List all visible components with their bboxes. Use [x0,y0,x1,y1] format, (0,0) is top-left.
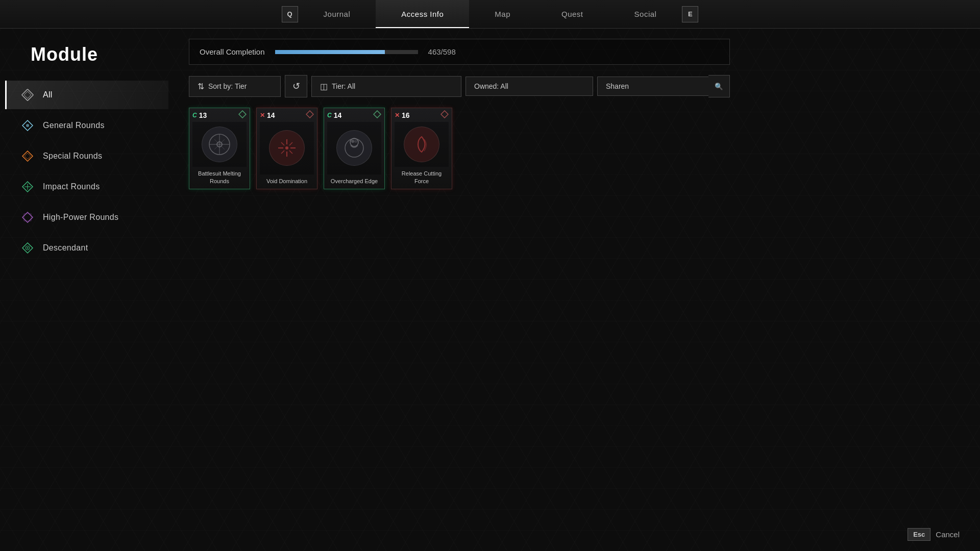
sidebar-item-impact-rounds[interactable]: Impact Rounds [5,172,168,201]
card-name: Void Domination [257,174,317,189]
sidebar-item-all[interactable]: All [5,81,168,109]
refresh-button[interactable] [285,75,307,97]
card-cost: 16 [402,111,410,119]
card-cost: 14 [334,111,342,119]
card-cost: 14 [267,111,275,119]
tier-label: Tier: All [332,82,355,90]
search-icon: 🔍 [715,83,723,90]
card-tier-cost: ✕ 16 [395,111,410,119]
card-circle [404,127,439,162]
owned-filter-button[interactable]: Owned: All [465,77,593,96]
svg-marker-31 [374,111,381,118]
svg-marker-14 [239,111,246,118]
nav-item-social[interactable]: Social [609,0,682,28]
filter-bar: Sort by: Tier Tier: All Owned: All 🔍 [189,75,730,97]
content-area: Overall Completion 463/598 Sort by: Tier… [174,29,980,551]
equip-icon [238,110,247,120]
nav-key-q: Q [282,6,298,22]
bottom-bar: Esc Cancel [908,528,960,541]
page-title: Module [31,44,174,65]
main-content: Module All General Rounds [0,29,980,551]
special-rounds-icon [20,149,35,163]
sidebar-item-general-rounds-label: General Rounds [43,121,105,130]
nav-key-e: E [682,6,698,22]
search-button[interactable]: 🔍 [708,75,730,97]
card-bg [395,122,449,167]
layers-icon [320,82,328,91]
tier-icon: C [327,112,332,119]
cards-grid: C 13 [189,108,965,189]
sidebar-item-general-rounds[interactable]: General Rounds [5,111,168,140]
svg-marker-21 [306,111,313,118]
svg-marker-36 [441,111,448,118]
card-bg [327,122,381,174]
sidebar-item-high-power-rounds-label: High-Power Rounds [43,213,118,222]
nav-item-journal[interactable]: Journal [298,0,376,28]
card-tier-cost: C 14 [327,111,341,119]
svg-marker-5 [24,153,31,159]
tier-icon: ✕ [260,112,265,119]
sidebar-item-high-power-rounds[interactable]: High-Power Rounds [5,203,168,232]
sidebar-item-impact-rounds-label: Impact Rounds [43,182,100,191]
card-cost: 13 [199,111,207,119]
sort-button[interactable]: Sort by: Tier [189,76,281,97]
all-icon [20,88,35,102]
svg-rect-0 [22,89,34,101]
sidebar-item-descendant[interactable]: Descendant [5,234,168,262]
tier-icon: C [192,112,197,119]
module-card-release-cutting-force[interactable]: ✕ 16 [391,108,452,189]
module-card-overcharged-edge[interactable]: C 14 [324,108,385,189]
impact-rounds-icon [20,180,35,194]
tier-filter-button[interactable]: Tier: All [311,76,461,97]
svg-point-3 [26,124,29,127]
card-image-area [395,122,449,167]
card-name: Battlesuit Melting Rounds [189,167,250,189]
search-input[interactable] [597,77,708,96]
module-card-battlesuit-melting-rounds[interactable]: C 13 [189,108,250,189]
nav-item-map[interactable]: Map [469,0,536,28]
sidebar-item-special-rounds-label: Special Rounds [43,152,102,161]
sort-label: Sort by: Tier [208,82,247,90]
progress-bar-fill [275,50,385,54]
sidebar: Module All General Rounds [0,29,174,551]
search-container: 🔍 [597,75,730,97]
sidebar-item-special-rounds[interactable]: Special Rounds [5,142,168,170]
card-header: ✕ 16 [391,108,452,122]
card-name: Release Cutting Force [391,167,452,189]
card-circle [269,130,305,166]
sort-icon [198,82,204,91]
nav-item-quest[interactable]: Quest [536,0,609,28]
equip-icon [306,110,314,120]
owned-label: Owned: All [474,82,508,90]
card-image-area [260,122,314,174]
completion-label: Overall Completion [200,47,265,56]
card-bg [260,122,314,174]
card-header: C 14 [324,108,384,122]
descendant-icon [20,241,35,255]
card-tier-cost: C 13 [192,111,207,119]
card-tier-cost: ✕ 14 [260,111,275,119]
card-name: Overcharged Edge [324,174,384,189]
card-circle [336,130,372,166]
svg-marker-10 [21,211,34,223]
esc-badge[interactable]: Esc [908,528,930,541]
sidebar-item-descendant-label: Descendant [43,243,88,253]
completion-section: Overall Completion 463/598 [189,39,730,65]
card-header: C 13 [189,108,250,122]
equip-icon [440,110,449,120]
svg-marker-4 [22,151,33,161]
svg-rect-1 [24,91,31,98]
card-header: ✕ 14 [257,108,317,122]
module-card-void-domination[interactable]: ✕ 14 [256,108,317,189]
card-bg [192,122,247,167]
card-circle [202,127,237,162]
card-image-area [327,122,381,174]
svg-point-13 [27,247,29,249]
refresh-icon [292,81,300,92]
nav-item-access-info[interactable]: Access Info [376,0,469,28]
top-navigation: Q Journal Access Info Map Quest Social E [0,0,980,29]
progress-bar [275,50,418,54]
card-image-area [192,122,247,167]
high-power-rounds-icon [20,210,35,224]
completion-count: 463/598 [428,47,456,56]
